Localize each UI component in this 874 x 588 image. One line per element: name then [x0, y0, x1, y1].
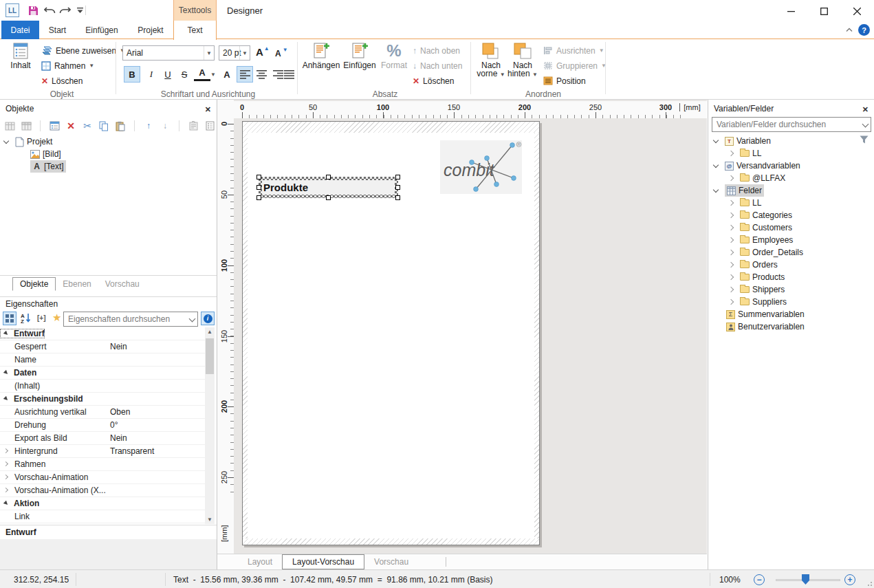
resize-handle-n[interactable]	[326, 175, 331, 179]
tree-item-llfax[interactable]: @LLFAX	[729, 172, 785, 184]
align-left-button[interactable]	[237, 66, 253, 83]
tab-datei[interactable]: Datei	[1, 21, 39, 39]
tree-item-summenvariablen[interactable]: Σ Summenvariablen	[726, 308, 805, 320]
expression-mode-button[interactable]: [+]	[37, 314, 46, 322]
format-button[interactable]: % Format	[380, 42, 408, 69]
chevron-right-icon[interactable]	[728, 151, 734, 156]
ausrichten-button[interactable]: Ausrichten▼	[543, 44, 604, 57]
filter-button[interactable]	[860, 135, 868, 146]
property-row[interactable]: (Inhalt)	[0, 380, 205, 393]
scroll-up-icon[interactable]: ▲	[207, 329, 212, 335]
chevron-down-icon[interactable]	[713, 186, 719, 192]
chevron-right-icon[interactable]	[728, 225, 734, 230]
resize-handle-ne[interactable]	[395, 175, 400, 179]
shrink-font-button[interactable]: A▼	[275, 47, 288, 60]
object-properties-button[interactable]	[49, 120, 60, 131]
absatz-loeschen-button[interactable]: ✕ Löschen	[413, 74, 454, 87]
tab-vorschau[interactable]: Vorschau	[364, 555, 418, 569]
tree-item-categories[interactable]: Categories	[729, 209, 792, 221]
insert-crosstab-button[interactable]	[21, 120, 32, 131]
nach-hinten-button[interactable]: Nachhinten ▼	[507, 42, 538, 79]
char-format-button[interactable]: A	[219, 66, 235, 83]
tab-ebenen[interactable]: Ebenen	[56, 278, 98, 290]
save-button[interactable]	[26, 4, 40, 17]
property-row[interactable]: Export als BildNein	[0, 432, 205, 445]
property-row[interactable]: Link	[0, 510, 205, 523]
resize-handle-s[interactable]	[326, 195, 331, 200]
chevron-right-icon[interactable]	[728, 200, 734, 206]
variablen-search-input[interactable]	[712, 117, 871, 132]
tab-projekt[interactable]: Projekt	[128, 21, 173, 39]
close-button[interactable]	[845, 3, 868, 19]
font-color-dropdown[interactable]: ▼	[209, 66, 217, 83]
tree-item-text[interactable]: A [Text]	[30, 160, 66, 173]
tab-start[interactable]: Start	[39, 21, 76, 39]
gruppieren-button[interactable]: Gruppieren▼	[543, 59, 607, 72]
nach-vorne-button[interactable]: Nachvorne ▼	[476, 42, 506, 79]
property-row[interactable]: GesperrtNein	[0, 340, 205, 353]
property-section[interactable]: Aktion	[0, 497, 205, 510]
resize-handle-nw[interactable]	[256, 175, 261, 179]
tree-item-employees[interactable]: Employees	[729, 234, 793, 246]
anhaengen-button[interactable]: Anhängen	[303, 42, 340, 69]
tree-item-shippers[interactable]: Shippers	[729, 283, 785, 296]
app-icon[interactable]: LL	[6, 3, 19, 17]
font-name-combo[interactable]: Arial ▼	[122, 45, 215, 61]
sort-alphabetical-button[interactable]: AZ	[21, 312, 34, 326]
resize-handle-sw[interactable]	[256, 195, 261, 200]
workspace-canvas[interactable]: 0 50 100 150 200 250 300 [mm] 0 50 100 1…	[217, 100, 707, 554]
tab-einfuegen[interactable]: Einfügen	[76, 21, 128, 39]
resize-handle-w[interactable]	[256, 185, 261, 190]
text-object-body[interactable]: Produkte	[262, 180, 395, 195]
tab-layout-vorschau[interactable]: Layout-Vorschau	[282, 554, 364, 569]
cut-button[interactable]: ✂	[82, 120, 93, 131]
property-row[interactable]: Vorschau-Animation (X...	[0, 484, 205, 497]
zoom-out-button[interactable]: −	[754, 574, 765, 585]
resize-handle-e[interactable]	[395, 185, 400, 190]
bold-button[interactable]: B	[124, 66, 140, 83]
objekte-panel-close-button[interactable]: ✕	[205, 105, 211, 114]
report-page[interactable]: Produkte combit	[242, 121, 540, 545]
chevron-right-icon[interactable]	[728, 262, 734, 268]
minimize-button[interactable]	[779, 3, 802, 19]
picture-object-combit-logo[interactable]: combit R	[440, 140, 522, 194]
copy-button[interactable]	[98, 120, 109, 131]
inhalt-button[interactable]: Inhalt	[6, 42, 36, 69]
tab-text[interactable]: Text	[173, 21, 217, 40]
tree-item-order-details[interactable]: Order_Details	[729, 246, 803, 259]
property-row[interactable]: Vorschau-Animation	[0, 471, 205, 484]
chevron-right-icon[interactable]	[728, 213, 734, 218]
quick-access-customize-button[interactable]	[73, 4, 87, 17]
favorites-button[interactable]: ★	[52, 312, 61, 324]
resize-grip[interactable]	[866, 580, 873, 587]
help-button[interactable]: ?	[858, 24, 870, 36]
tree-item-ll-felder[interactable]: LL	[729, 197, 761, 209]
property-row[interactable]: Rahmen	[0, 458, 205, 471]
rahmen-button[interactable]: Rahmen▼	[41, 59, 94, 72]
tab-vorschau-panel[interactable]: Vorschau	[98, 278, 146, 290]
align-justify-button[interactable]	[281, 66, 297, 83]
insert-table-button[interactable]	[4, 120, 15, 131]
property-value[interactable]: Nein	[110, 342, 205, 351]
ebene-zuweisen-button[interactable]: Ebene zuweisen▼	[41, 44, 125, 57]
property-value[interactable]: Transparent	[110, 446, 205, 456]
property-value[interactable]: Nein	[110, 433, 205, 443]
property-row[interactable]: Name	[0, 353, 205, 367]
tab-objekte[interactable]: Objekte	[12, 277, 56, 291]
tree-item-benutzervariablen[interactable]: Benutzervariablen	[726, 320, 805, 333]
chevron-down-icon[interactable]	[713, 137, 719, 142]
scroll-down-icon[interactable]: ▼	[207, 516, 212, 523]
delete-object-button[interactable]: ✕	[65, 120, 76, 131]
chevron-down-icon[interactable]	[713, 162, 719, 167]
property-section[interactable]: Entwurf	[0, 327, 205, 340]
scrollbar-thumb[interactable]	[206, 338, 214, 374]
nach-oben-button[interactable]: ↑ Nach oben	[413, 44, 460, 57]
chevron-down-icon[interactable]	[3, 138, 9, 143]
eigenschaften-search-input[interactable]	[63, 312, 198, 327]
move-up-button[interactable]: ↑	[143, 120, 154, 131]
align-center-button[interactable]	[253, 66, 270, 83]
tree-item-variablen[interactable]: T Variablen	[714, 135, 771, 147]
font-color-button[interactable]: A	[194, 66, 210, 81]
variablen-panel-close-button[interactable]: ✕	[862, 105, 868, 114]
grow-font-button[interactable]: A▲	[256, 45, 270, 58]
